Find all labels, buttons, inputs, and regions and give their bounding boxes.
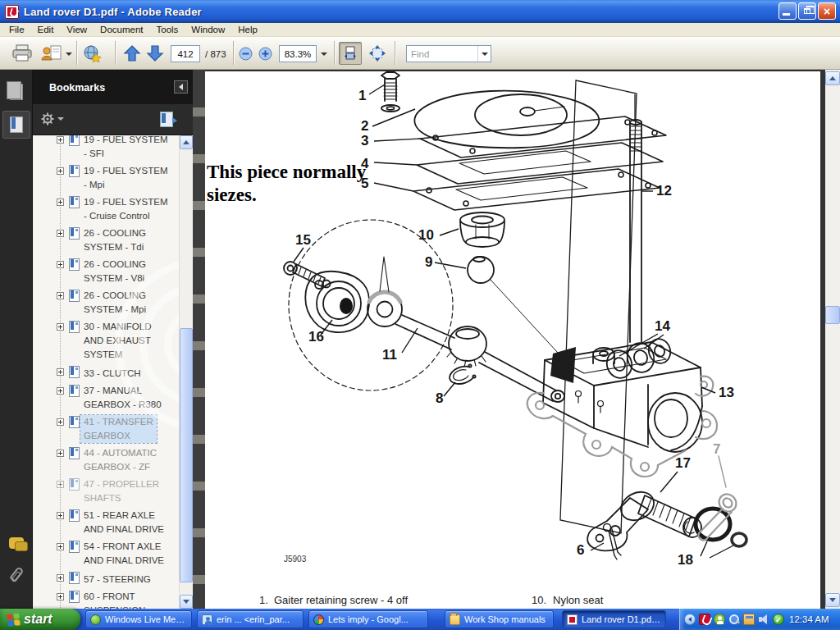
bookmark-item[interactable]: 19 - FUEL SYSTEM- Mpi <box>33 164 179 192</box>
security-tray-icon[interactable]: ✓ <box>773 614 784 625</box>
bookmark-item[interactable]: 19 - FUEL SYSTEM- Cruise Control <box>33 195 179 223</box>
expand-plus-icon[interactable] <box>57 387 64 395</box>
minimize-button[interactable] <box>778 2 797 20</box>
restore-button[interactable] <box>798 2 816 20</box>
scroll-down-button[interactable] <box>825 593 840 607</box>
bookmark-label[interactable]: 26 - COOLINGSYSTEM - Mpi <box>84 289 146 317</box>
expand-plus-icon[interactable] <box>57 230 64 237</box>
find-input[interactable]: Find <box>406 45 491 62</box>
bookmark-item[interactable]: 33 - CLUTCH <box>33 365 179 381</box>
bookmark-item[interactable]: 47 - PROPELLERSHAFTS <box>33 477 179 505</box>
bookmark-item[interactable]: 26 - COOLINGSYSTEM - V8i <box>33 258 179 285</box>
find-dropdown-arrow[interactable] <box>477 46 491 62</box>
menu-help[interactable]: Help <box>231 24 264 35</box>
messenger-tray-icon[interactable] <box>714 614 725 625</box>
bookmark-item[interactable]: 30 - MANIFOLDAND EXHAUSTSYSTEM <box>33 320 179 362</box>
scrollbar-thumb[interactable] <box>825 306 840 324</box>
zoom-dropdown-button[interactable] <box>318 45 330 62</box>
close-button[interactable]: × <box>818 2 836 20</box>
bookmark-label[interactable]: 57 - STEERING <box>84 573 151 587</box>
expand-plus-icon[interactable] <box>57 481 64 488</box>
fit-page-button[interactable] <box>366 42 389 65</box>
pages-panel-button[interactable] <box>2 78 30 106</box>
scroll-up-button[interactable] <box>825 71 840 85</box>
comments-panel-button[interactable] <box>2 529 30 557</box>
bookmark-item[interactable]: 26 - COOLINGSYSTEM - Tdi <box>33 226 179 254</box>
search-tray-icon[interactable] <box>728 614 740 625</box>
page-number-input[interactable]: 412 <box>171 45 200 62</box>
expand-plus-icon[interactable] <box>57 574 64 582</box>
bookmarks-panel-button[interactable] <box>2 111 30 139</box>
menu-edit[interactable]: Edit <box>31 24 61 35</box>
menu-file[interactable]: File <box>2 24 31 35</box>
bookmark-item[interactable]: 51 - REAR AXLEAND FINAL DRIVE <box>33 509 179 536</box>
window-tray-icon[interactable] <box>743 614 755 625</box>
bookmark-label[interactable]: 60 - FRONTSUSPENSION <box>84 590 145 609</box>
expand-plus-icon[interactable] <box>57 323 64 331</box>
panel-splitter[interactable] <box>193 70 205 609</box>
start-button[interactable]: start <box>0 609 80 630</box>
expand-plus-icon[interactable] <box>57 512 64 519</box>
menu-view[interactable]: View <box>60 24 94 35</box>
bookmark-label[interactable]: 33 - CLUTCH <box>84 367 141 381</box>
expand-plus-icon[interactable] <box>57 167 64 175</box>
goto-current-bookmark-button[interactable] <box>160 112 173 127</box>
scrolling-mode-button[interactable] <box>339 42 362 65</box>
bookmark-label[interactable]: 41 - TRANSFERGEARBOX <box>80 415 157 443</box>
previous-page-button[interactable] <box>122 43 142 63</box>
expand-plus-icon[interactable] <box>57 368 64 376</box>
bookmark-item[interactable]: 26 - COOLINGSYSTEM - Mpi <box>33 289 179 317</box>
share-dropdown-arrow[interactable] <box>66 52 72 56</box>
scroll-down-button[interactable] <box>180 595 193 609</box>
volume-tray-icon[interactable] <box>758 614 769 625</box>
bookmark-item[interactable]: 54 - FRONT AXLEAND FINAL DRIVE <box>33 540 179 568</box>
collaborate-button[interactable] <box>82 44 102 62</box>
scrollbar-thumb[interactable] <box>180 328 193 582</box>
bookmark-item[interactable]: 37 - MANUALGEARBOX - R380 <box>33 384 179 412</box>
bookmark-item[interactable]: 60 - FRONTSUSPENSION <box>33 590 179 609</box>
bookmark-label[interactable]: 44 - AUTOMATICGEARBOX - ZF <box>84 446 157 474</box>
menu-window[interactable]: Window <box>185 24 231 35</box>
print-button[interactable] <box>11 44 33 62</box>
expand-plus-icon[interactable] <box>57 261 64 268</box>
expand-plus-icon[interactable] <box>57 418 64 426</box>
bookmark-label[interactable]: 26 - COOLINGSYSTEM - V8i <box>84 258 146 285</box>
bookmark-label[interactable]: 51 - REAR AXLEAND FINAL DRIVE <box>84 509 164 536</box>
document-scrollbar[interactable] <box>825 70 840 609</box>
menu-document[interactable]: Document <box>94 24 149 35</box>
taskbar-button-browser[interactable]: Lets imply - Googl... <box>308 610 428 628</box>
menu-tools[interactable]: Tools <box>150 24 185 35</box>
bookmarks-scrollbar[interactable] <box>179 135 193 609</box>
bookmarks-options-button[interactable] <box>41 112 64 126</box>
bookmark-label[interactable]: 30 - MANIFOLDAND EXHAUSTSYSTEM <box>84 320 151 362</box>
attachments-panel-button[interactable] <box>2 560 30 588</box>
zoom-level-input[interactable]: 83.3% <box>279 45 317 62</box>
bookmark-label[interactable]: 19 - FUEL SYSTEM- Mpi <box>84 164 167 192</box>
bookmark-label[interactable]: 54 - FRONT AXLEAND FINAL DRIVE <box>84 540 164 568</box>
acrobat-tray-icon[interactable] <box>699 614 710 625</box>
bookmark-label[interactable]: 37 - MANUALGEARBOX - R380 <box>84 384 162 412</box>
collapse-panel-button[interactable] <box>174 80 188 94</box>
zoom-in-button[interactable] <box>258 47 272 61</box>
expand-plus-icon[interactable] <box>57 450 64 457</box>
bookmark-item[interactable]: 44 - AUTOMATICGEARBOX - ZF <box>33 446 179 474</box>
taskbar-button-pdf[interactable]: Land rover D1.pdf... <box>562 610 666 628</box>
zoom-out-button[interactable] <box>239 47 253 61</box>
expand-plus-icon[interactable] <box>57 543 64 550</box>
hide-tray-icons-button[interactable] <box>684 614 696 625</box>
taskbar-button-messenger[interactable]: Windows Live Mes... <box>85 610 192 628</box>
bookmark-label[interactable]: 19 - FUEL SYSTEM- SFI <box>84 135 167 161</box>
title-bar[interactable]: Land rover D1.pdf - Adobe Reader × <box>0 0 840 23</box>
taskbar-button-folder[interactable]: Work Shop manuals <box>445 610 554 628</box>
bookmark-label[interactable]: 26 - COOLINGSYSTEM - Tdi <box>84 226 146 254</box>
expand-plus-icon[interactable] <box>57 593 64 600</box>
email-share-button[interactable] <box>41 44 62 62</box>
bookmark-item[interactable]: 57 - STEERING <box>33 571 179 587</box>
bookmark-label[interactable]: 47 - PROPELLERSHAFTS <box>84 477 159 505</box>
bookmark-item[interactable]: 19 - FUEL SYSTEM- SFI <box>33 135 179 161</box>
bookmark-label[interactable]: 19 - FUEL SYSTEM- Cruise Control <box>84 195 167 223</box>
expand-plus-icon[interactable] <box>57 292 64 299</box>
scroll-up-button[interactable] <box>180 135 193 149</box>
next-page-button[interactable] <box>145 43 165 63</box>
taskbar-button-chat[interactable]: erin ... <erin_par... <box>197 610 304 628</box>
